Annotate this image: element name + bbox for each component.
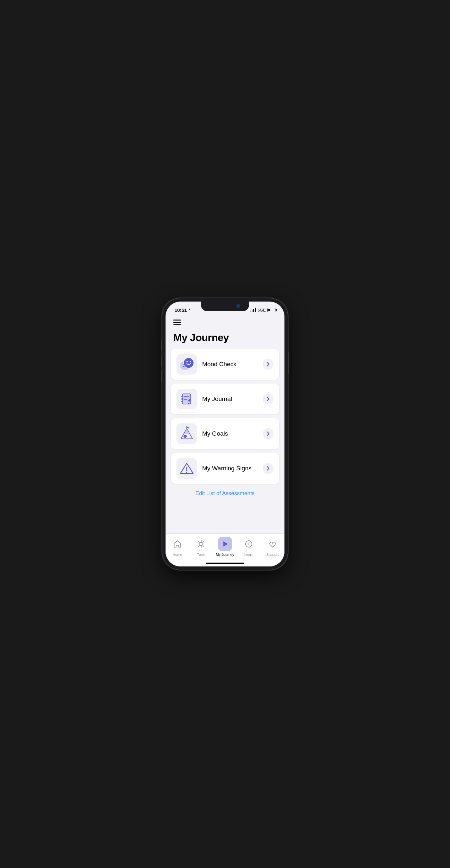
header (165, 316, 285, 328)
home-icon (173, 540, 182, 548)
page-title: My Journey (165, 328, 285, 349)
svg-point-22 (186, 472, 187, 473)
hamburger-line-2 (173, 322, 181, 323)
svg-point-23 (200, 542, 203, 546)
hamburger-line-3 (173, 324, 181, 326)
chevron-right-icon (266, 362, 270, 367)
learn-icon: i (245, 540, 253, 548)
support-nav-icon-wrap (265, 537, 280, 551)
svg-marker-32 (223, 541, 228, 547)
menu-item-my-journal[interactable]: My Journal (171, 383, 279, 414)
nav-item-tools[interactable]: Tools (189, 537, 213, 557)
nav-item-my-journey[interactable]: My Journey (213, 537, 237, 557)
my-journey-nav-icon-wrap (218, 537, 232, 551)
journal-icon (179, 391, 195, 407)
nav-item-learn[interactable]: i Learn (237, 537, 261, 557)
svg-marker-18 (187, 427, 190, 428)
svg-point-5 (190, 361, 191, 362)
goals-icon (179, 425, 195, 442)
my-journey-nav-label: My Journey (216, 553, 234, 557)
svg-line-29 (203, 546, 204, 547)
chevron-right-icon (266, 396, 270, 402)
menu-item-my-goals[interactable]: My Goals (171, 418, 279, 449)
status-time: 10:51 (174, 307, 191, 313)
svg-point-3 (184, 358, 194, 368)
warning-signs-icon (179, 460, 195, 477)
svg-text:i: i (249, 542, 250, 546)
home-bar (206, 563, 244, 564)
nav-item-support[interactable]: Support (261, 537, 285, 557)
menu-item-left: My Journal (176, 389, 232, 409)
front-camera (236, 304, 240, 308)
menu-item-mood-check[interactable]: Mood Check (171, 349, 279, 380)
notch (201, 302, 249, 311)
screen-content[interactable]: My Journey (165, 316, 285, 533)
nav-item-home[interactable]: Home (165, 537, 189, 557)
learn-nav-label: Learn (244, 553, 253, 557)
battery-indicator (267, 308, 276, 312)
menu-list: Mood Check (165, 349, 285, 484)
tools-nav-label: Tools (197, 553, 205, 557)
chevron-right-icon (266, 466, 270, 471)
hamburger-line-1 (173, 319, 181, 320)
tools-nav-icon-wrap (194, 537, 208, 551)
phone-frame: 10:51 5GE (162, 298, 288, 570)
svg-line-28 (199, 541, 200, 542)
location-icon (188, 308, 191, 311)
home-nav-icon-wrap (170, 537, 185, 551)
spacer (165, 503, 285, 516)
svg-line-31 (199, 546, 200, 547)
home-nav-label: Home (172, 553, 182, 557)
svg-point-4 (186, 361, 188, 362)
goals-icon-wrap (176, 424, 197, 444)
chevron-right-icon (266, 431, 270, 436)
journal-label: My Journal (202, 396, 232, 403)
learn-nav-icon-wrap: i (242, 537, 256, 551)
journal-icon-wrap (176, 389, 197, 409)
support-icon (268, 540, 277, 548)
network-type: 5GE (257, 308, 266, 312)
status-right: 5GE (250, 308, 276, 312)
menu-item-warning-signs[interactable]: My Warning Signs (171, 453, 279, 484)
my-journey-nav-icon (221, 540, 229, 548)
tools-icon (197, 540, 205, 548)
mood-check-icon (179, 357, 195, 371)
phone-screen: 10:51 5GE (165, 302, 285, 566)
goals-label: My Goals (202, 430, 228, 437)
home-indicator (165, 560, 285, 566)
svg-rect-6 (182, 394, 191, 404)
goals-chevron (263, 428, 274, 439)
menu-item-left: My Warning Signs (176, 458, 251, 479)
mood-check-chevron (263, 359, 274, 370)
menu-item-left: My Goals (176, 424, 228, 444)
mood-check-icon-wrap (176, 354, 197, 374)
hamburger-menu-button[interactable] (173, 319, 182, 326)
mood-check-label: Mood Check (202, 361, 236, 368)
menu-item-left: Mood Check (176, 354, 236, 374)
bottom-navigation: Home Tools (165, 533, 285, 560)
support-nav-label: Support (266, 553, 279, 557)
warning-signs-label: My Warning Signs (202, 465, 251, 472)
svg-line-30 (203, 541, 204, 542)
svg-point-19 (184, 435, 187, 438)
edit-assessments-link[interactable]: Edit List of Assessments (165, 484, 285, 503)
journal-chevron (263, 394, 274, 404)
warning-chevron (263, 463, 274, 474)
signal-bars (250, 308, 256, 312)
warning-icon-wrap (176, 458, 197, 479)
